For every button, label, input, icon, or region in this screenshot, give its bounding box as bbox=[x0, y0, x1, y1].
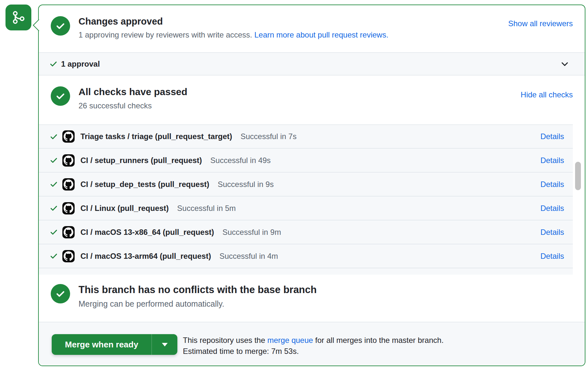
github-octocat-icon bbox=[64, 132, 73, 141]
merge-info-text: This repository uses the merge queue for… bbox=[183, 334, 444, 357]
github-octocat-icon bbox=[64, 180, 73, 189]
github-actions-avatar bbox=[62, 250, 75, 262]
github-octocat-icon bbox=[64, 156, 73, 165]
merge-footer: Merge when ready This repository uses th… bbox=[39, 322, 585, 366]
checks-title: All checks have passed bbox=[79, 86, 187, 98]
merge-when-ready-button[interactable]: Merge when ready bbox=[52, 334, 152, 355]
approval-summary-label: 1 approval bbox=[61, 60, 100, 69]
github-actions-avatar bbox=[62, 178, 75, 191]
checks-rows: Triage tasks / triage (pull_request_targ… bbox=[39, 125, 573, 275]
check-row: CI / Linux (pull_request) Successful in … bbox=[39, 196, 573, 220]
check-row: CI / setup_runners (pull_request) Succes… bbox=[39, 148, 573, 172]
merge-estimate-line: Estimated time to merge: 7m 53s. bbox=[183, 346, 444, 357]
check-icon bbox=[49, 60, 58, 68]
check-icon bbox=[49, 228, 58, 236]
merge-info-prefix: This repository uses the bbox=[183, 336, 267, 345]
check-icon bbox=[55, 20, 66, 31]
conflict-subtitle: Merging can be performed automatically. bbox=[79, 299, 317, 309]
check-details-link[interactable]: Details bbox=[541, 204, 564, 213]
checks-list: Triage tasks / triage (pull_request_targ… bbox=[39, 125, 585, 275]
learn-more-link[interactable]: Learn more about pull request reviews. bbox=[254, 30, 388, 39]
check-name: Triage tasks / triage (pull_request_targ… bbox=[80, 132, 232, 141]
check-row: CI / macOS 13-x86_64 (pull_request) Succ… bbox=[39, 220, 573, 244]
github-actions-avatar bbox=[62, 154, 75, 167]
checks-passed-section: All checks have passed 26 successful che… bbox=[39, 75, 585, 125]
check-name: CI / setup_runners (pull_request) bbox=[80, 156, 202, 165]
hide-all-checks-link[interactable]: Hide all checks bbox=[521, 90, 573, 125]
no-conflicts-section: This branch has no conflicts with the ba… bbox=[39, 275, 585, 322]
merge-queue-link[interactable]: merge queue bbox=[267, 336, 313, 345]
check-name: CI / setup_dep_tests (pull_request) bbox=[80, 180, 209, 189]
merge-split-button: Merge when ready bbox=[52, 334, 177, 355]
scrollbar-thumb[interactable] bbox=[575, 162, 581, 190]
merge-info-suffix: for all merges into the master branch. bbox=[313, 336, 444, 345]
check-icon bbox=[55, 288, 66, 299]
github-octocat-icon bbox=[64, 203, 73, 213]
chevron-down-icon[interactable] bbox=[560, 59, 570, 69]
check-icon bbox=[49, 252, 58, 260]
checks-section-text: All checks have passed 26 successful che… bbox=[79, 86, 187, 125]
check-details-link[interactable]: Details bbox=[541, 252, 564, 261]
check-row-partial bbox=[39, 268, 573, 275]
check-row: Triage tasks / triage (pull_request_targ… bbox=[39, 125, 573, 148]
merge-options-dropdown-button[interactable] bbox=[152, 334, 177, 355]
git-merge-icon bbox=[10, 9, 27, 26]
review-description-text: 1 approving review by reviewers with wri… bbox=[79, 30, 252, 39]
check-icon bbox=[49, 132, 58, 141]
check-icon bbox=[55, 91, 66, 102]
review-section-text: Changes approved 1 approving review by r… bbox=[79, 16, 388, 52]
success-circle-icon bbox=[51, 284, 70, 303]
check-details-link[interactable]: Details bbox=[541, 180, 564, 189]
git-merge-status-icon bbox=[5, 5, 31, 30]
merge-box: Changes approved 1 approving review by r… bbox=[38, 5, 585, 366]
check-icon bbox=[49, 180, 58, 189]
checks-subtitle: 26 successful checks bbox=[79, 101, 187, 111]
pr-merge-box-screenshot: Changes approved 1 approving review by r… bbox=[0, 0, 588, 372]
check-status: Successful in 49s bbox=[210, 156, 271, 165]
check-name: CI / Linux (pull_request) bbox=[80, 204, 169, 213]
conflict-section-text: This branch has no conflicts with the ba… bbox=[79, 284, 317, 322]
approval-summary-row[interactable]: 1 approval bbox=[39, 52, 585, 75]
caret-down-icon bbox=[162, 343, 168, 346]
check-status: Successful in 7s bbox=[241, 132, 297, 141]
success-circle-icon bbox=[51, 16, 70, 36]
review-title: Changes approved bbox=[79, 16, 388, 27]
merge-queue-info-line: This repository uses the merge queue for… bbox=[183, 335, 444, 346]
check-status: Successful in 9s bbox=[218, 180, 274, 189]
show-all-reviewers-link[interactable]: Show all reviewers bbox=[508, 19, 573, 52]
success-circle-icon bbox=[51, 86, 70, 106]
github-octocat-icon bbox=[64, 251, 73, 261]
check-name: CI / macOS 13-arm64 (pull_request) bbox=[80, 252, 211, 261]
check-row: CI / macOS 13-arm64 (pull_request) Succe… bbox=[39, 244, 573, 268]
check-details-link[interactable]: Details bbox=[541, 132, 564, 141]
check-row: CI / setup_dep_tests (pull_request) Succ… bbox=[39, 172, 573, 196]
github-actions-avatar bbox=[62, 130, 75, 143]
check-status: Successful in 5m bbox=[177, 204, 236, 213]
github-actions-avatar bbox=[62, 202, 75, 214]
github-actions-avatar bbox=[62, 226, 75, 238]
changes-approved-section: Changes approved 1 approving review by r… bbox=[39, 5, 585, 52]
check-name: CI / macOS 13-x86_64 (pull_request) bbox=[80, 228, 214, 237]
check-icon bbox=[49, 156, 58, 165]
review-description: 1 approving review by reviewers with wri… bbox=[79, 30, 388, 40]
check-status: Successful in 9m bbox=[223, 228, 281, 237]
check-status: Successful in 4m bbox=[219, 252, 278, 261]
check-details-link[interactable]: Details bbox=[541, 156, 564, 165]
check-details-link[interactable]: Details bbox=[541, 228, 564, 237]
conflict-title: This branch has no conflicts with the ba… bbox=[79, 284, 317, 296]
github-octocat-icon bbox=[64, 227, 73, 237]
check-icon bbox=[49, 204, 58, 213]
